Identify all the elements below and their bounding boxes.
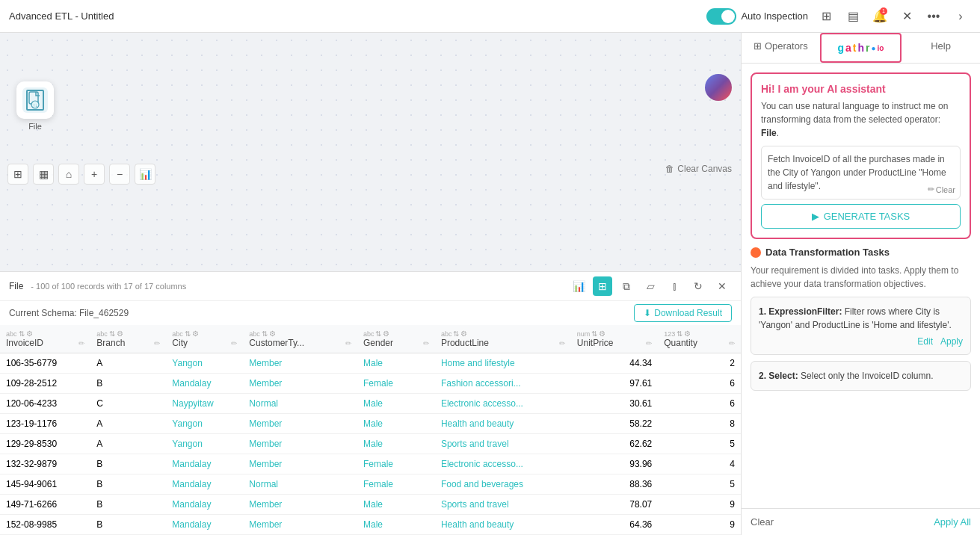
download-result-button[interactable]: ⬇ Download Result [634, 304, 732, 322]
auto-inspection-toggle[interactable] [706, 8, 736, 25]
home-tool[interactable]: ⌂ [58, 164, 79, 185]
task-2-text: 2. Select: Select only the InvoiceID col… [759, 369, 963, 383]
cell-productline[interactable]: Sports and travel [435, 495, 571, 515]
avatar [705, 74, 732, 101]
cell-productline[interactable]: Home and lifestyle [435, 353, 571, 374]
auto-inspection-toggle-group: Auto Inspection [706, 8, 808, 25]
grid-tool[interactable]: ⊞ [7, 164, 28, 185]
cell-invoiceid: 145-94-9061 [0, 474, 90, 495]
cell-quantity: 9 [658, 495, 741, 515]
cell-city[interactable]: Mandalay [166, 515, 243, 535]
tab-gathrio[interactable]: gathr●io [820, 33, 902, 63]
cell-city[interactable]: Mandalay [166, 495, 243, 515]
clear-canvas-label: Clear Canvas [677, 164, 732, 174]
tab-operators[interactable]: ⊞ Operators [742, 33, 820, 63]
cell-city[interactable]: Mandalay [166, 454, 243, 474]
svg-text:↑↓: ↑↓ [33, 103, 37, 108]
task-1-edit[interactable]: Edit [917, 336, 933, 347]
task-1-apply[interactable]: Apply [940, 336, 963, 347]
cell-customertype[interactable]: Normal [243, 474, 357, 495]
data-panel: File - 100 of 100 records with 17 of 17 … [0, 271, 741, 535]
cell-customertype[interactable]: Member [243, 353, 357, 374]
ai-input-area[interactable]: ✏ Clear Fetch InvoiceID of all the purch… [761, 146, 961, 200]
cell-quantity: 6 [658, 394, 741, 414]
cell-city[interactable]: Yangon [166, 353, 243, 374]
tasks-title: Data Transformation Tasks [765, 247, 890, 258]
footer-apply-all-button[interactable]: Apply All [934, 516, 971, 528]
forward-icon[interactable]: › [950, 6, 971, 27]
col-edit-gender[interactable]: ✏ [423, 339, 429, 347]
col-edit-productline[interactable]: ✏ [559, 339, 565, 347]
clear-canvas-button[interactable]: 🗑 Clear Canvas [665, 164, 732, 174]
col-edit-unitprice[interactable]: ✏ [646, 339, 652, 347]
col-header-customertype: abc ⇅ ⚙ CustomerTy... ✏ [243, 325, 357, 353]
cell-productline[interactable]: Fashion accessori... [435, 374, 571, 394]
table-row: 132-32-9879BMandalayMemberFemaleElectron… [0, 454, 741, 474]
col-edit-quantity[interactable]: ✏ [729, 339, 735, 347]
close-icon[interactable]: ✕ [896, 6, 917, 27]
panel-close-icon[interactable]: ✕ [712, 276, 732, 296]
columns-icon[interactable]: ⫿ [665, 276, 684, 296]
right-tabs: ⊞ Operators gathr●io Help [742, 33, 980, 64]
data-table-wrapper[interactable]: abc ⇅ ⚙ InvoiceID ✏ [0, 325, 741, 535]
cell-productline[interactable]: Electronic accesso... [435, 394, 571, 414]
cell-city[interactable]: Yangon [166, 414, 243, 434]
generate-tasks-button[interactable]: ▶ GENERATE TASKS [761, 204, 961, 229]
table-row: 152-08-9985BMandalayMemberMaleHealth and… [0, 515, 741, 535]
cell-city[interactable]: Naypyitaw [166, 394, 243, 414]
cell-productline[interactable]: Sports and travel [435, 434, 571, 454]
canvas[interactable]: ↑↓ File ⊞ ▦ ⌂ + − 📊 🗑 Clear Canvas File [0, 33, 741, 535]
ai-clear-button[interactable]: ✏ Clear [928, 185, 955, 194]
cell-customertype[interactable]: Member [243, 374, 357, 394]
data-table: abc ⇅ ⚙ InvoiceID ✏ [0, 325, 741, 535]
footer-clear-button[interactable]: Clear [751, 516, 774, 528]
cell-customertype[interactable]: Member [243, 495, 357, 515]
cell-gender[interactable]: Female [357, 374, 435, 394]
cell-customertype[interactable]: Member [243, 515, 357, 535]
chart-tool[interactable]: 📊 [135, 164, 155, 185]
cell-customertype[interactable]: Normal [243, 394, 357, 414]
cell-productline[interactable]: Electronic accesso... [435, 454, 571, 474]
cell-customertype[interactable]: Member [243, 454, 357, 474]
col-header-quantity: 123 ⇅ ⚙ Quantity ✏ [658, 325, 741, 353]
col-edit-customertype[interactable]: ✏ [345, 339, 351, 347]
cell-city[interactable]: Mandalay [166, 474, 243, 495]
cell-gender[interactable]: Male [357, 515, 435, 535]
col-edit-city[interactable]: ✏ [231, 339, 237, 347]
cell-gender[interactable]: Female [357, 474, 435, 495]
minus-tool[interactable]: − [109, 164, 130, 185]
file-node[interactable]: ↑↓ File [16, 81, 54, 131]
col-edit-invoiceid[interactable]: ✏ [78, 339, 84, 347]
refresh-icon[interactable]: ↻ [688, 276, 708, 296]
cell-productline[interactable]: Health and beauty [435, 414, 571, 434]
cell-customertype[interactable]: Member [243, 414, 357, 434]
cell-gender[interactable]: Male [357, 353, 435, 374]
more-icon[interactable]: ••• [923, 6, 944, 27]
cell-gender[interactable]: Male [357, 495, 435, 515]
table-icon[interactable]: ▤ [842, 6, 863, 27]
cell-gender[interactable]: Female [357, 454, 435, 474]
cell-gender[interactable]: Male [357, 434, 435, 454]
table-tool[interactable]: ▦ [33, 164, 54, 185]
task-1-text: 1. ExpressionFilter: Filter rows where C… [759, 305, 963, 332]
table-header-row: abc ⇅ ⚙ InvoiceID ✏ [0, 325, 741, 353]
tab-help[interactable]: Help [902, 33, 980, 63]
col-name-unitprice: UnitPrice [577, 338, 614, 348]
table-view-icon[interactable]: ⊞ [593, 276, 612, 296]
plus-tool[interactable]: + [84, 164, 105, 185]
col-edit-branch[interactable]: ✏ [154, 339, 160, 347]
grid-icon[interactable]: ⊞ [816, 6, 836, 27]
cell-productline[interactable]: Health and beauty [435, 515, 571, 535]
split-view-icon[interactable]: ⧉ [617, 276, 636, 296]
cell-city[interactable]: Yangon [166, 434, 243, 454]
schema-row: Current Schema: File_462529 ⬇ Download R… [0, 301, 741, 325]
cell-productline[interactable]: Food and beverages [435, 474, 571, 495]
sidebar-icon[interactable]: ▱ [641, 276, 660, 296]
cell-gender[interactable]: Male [357, 394, 435, 414]
bar-chart-icon[interactable]: 📊 [569, 276, 588, 296]
cell-city[interactable]: Mandalay [166, 374, 243, 394]
bell-icon[interactable]: 🔔 1 [869, 6, 890, 27]
cell-customertype[interactable]: Member [243, 434, 357, 454]
cell-gender[interactable]: Male [357, 414, 435, 434]
cell-quantity: 5 [658, 434, 741, 454]
